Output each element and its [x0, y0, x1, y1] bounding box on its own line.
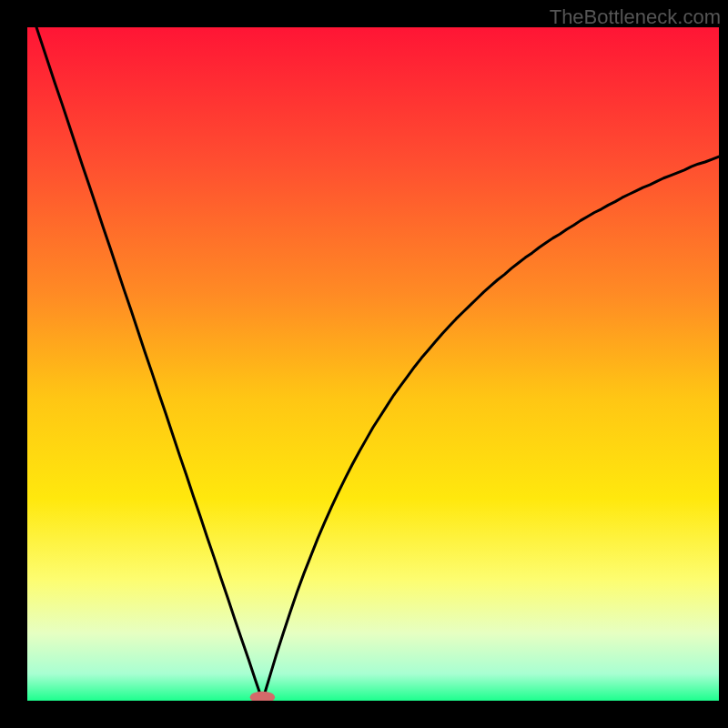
- watermark-label: TheBottleneck.com: [550, 5, 721, 29]
- bottleneck-chart: [0, 0, 728, 728]
